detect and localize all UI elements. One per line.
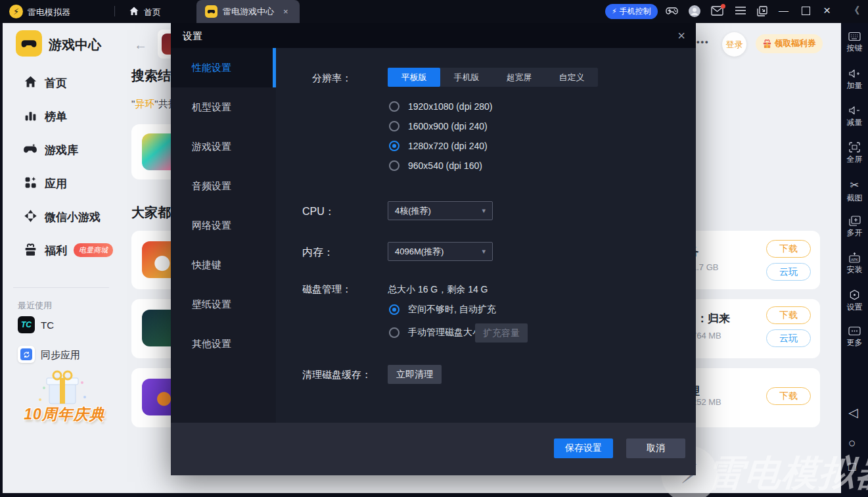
cpu-label: CPU： (302, 205, 335, 219)
radio-icon[interactable] (389, 160, 400, 171)
settings-nav-shortcuts[interactable]: 快捷键 (171, 245, 276, 285)
phone-control-button[interactable]: ⚡ 手机控制 (605, 4, 658, 19)
avatar-icon[interactable] (688, 5, 701, 18)
settings-nav-other[interactable]: 其他设置 (171, 324, 276, 364)
login-button[interactable]: 登录 (722, 32, 746, 57)
download-button[interactable]: 下载 (766, 387, 811, 405)
search-keyword: 异环 (135, 98, 154, 109)
settings-nav-network[interactable]: 网络设置 (171, 206, 276, 245)
maximize-button[interactable] (802, 7, 810, 15)
rail-item-install-apk[interactable]: APK 安装 (841, 252, 868, 275)
radio-selected-icon[interactable] (389, 304, 400, 315)
app-logo-icon: ⚡ (9, 5, 23, 18)
download-button[interactable]: 下载 (766, 240, 811, 258)
cpu-dropdown[interactable]: 4核(推荐) ▾ (388, 201, 493, 220)
more-dots-icon[interactable]: ••• (697, 37, 710, 47)
tab-phone[interactable]: 手机版 (440, 68, 493, 87)
clean-now-button[interactable]: 立即清理 (388, 365, 442, 384)
home-tab[interactable]: 首页 (144, 7, 161, 18)
disk-label: 磁盘管理： (302, 283, 352, 296)
radio-icon[interactable] (389, 121, 400, 131)
cloud-play-button[interactable]: 云玩 (766, 263, 811, 281)
sync-app-icon[interactable] (18, 346, 35, 363)
rail-item-more[interactable]: 更多 (841, 326, 868, 348)
sidebar-item-rankings[interactable]: 榜单 (45, 109, 67, 124)
cancel-button[interactable]: 取消 (626, 438, 685, 458)
settings-nav-device[interactable]: 机型设置 (171, 87, 276, 127)
sidebar-item-game-library[interactable]: 游戏库 (45, 143, 78, 158)
tab-game-center[interactable]: 雷电游戏中心 × (196, 0, 300, 23)
sidebar-item-wechat-minigames[interactable]: 微信小游戏 (45, 210, 101, 225)
android-recents-icon[interactable]: □ (848, 460, 856, 473)
memory-dropdown[interactable]: 4096M(推荐) ▾ (388, 242, 493, 261)
radio-icon[interactable] (389, 101, 400, 112)
tab-custom[interactable]: 自定义 (545, 68, 598, 87)
modal-close-icon[interactable]: × (677, 29, 685, 42)
anniversary-gift-icon[interactable] (31, 368, 94, 406)
rail-item-multi-instance[interactable]: 多开 (841, 216, 868, 239)
android-home-icon[interactable]: ○ (848, 437, 856, 449)
tab-ultrawide[interactable]: 超宽屏 (493, 68, 545, 87)
game-center-logo-icon (16, 30, 42, 57)
minimize-button[interactable]: — (779, 5, 788, 15)
home-icon[interactable] (129, 6, 139, 16)
fullscreen-icon (849, 142, 860, 153)
divider (13, 287, 109, 288)
settings-nav-wallpaper[interactable]: 壁纸设置 (171, 285, 276, 324)
resolution-option-960[interactable]: 960x540 (dpi 160) (389, 160, 482, 171)
chevron-down-icon: ▾ (482, 247, 486, 256)
resolution-option-1280[interactable]: 1280x720 (dpi 240) (389, 141, 488, 151)
resolution-option-1600[interactable]: 1600x900 (dpi 240) (389, 121, 488, 131)
recent-app-tc[interactable]: TC (41, 320, 54, 331)
tc-app-icon[interactable]: TC (18, 316, 35, 333)
volume-down-icon (848, 105, 861, 116)
mall-badge[interactable]: 电量商城 (74, 243, 113, 257)
menu-icon[interactable] (735, 6, 746, 15)
wechat-minigame-icon (24, 209, 37, 223)
settings-nav-game[interactable]: 游戏设置 (171, 127, 276, 166)
sidebar-item-home[interactable]: 首页 (45, 76, 67, 91)
keyboard-icon (848, 32, 861, 41)
gamepad-toolbar-icon[interactable] (665, 5, 679, 17)
tc-icon-text: TC (21, 320, 32, 329)
tab-tablet[interactable]: 平板版 (388, 68, 440, 87)
collapse-rail-icon[interactable]: 《 (850, 5, 858, 15)
rail-item-volume-down[interactable]: 减量 (841, 105, 868, 128)
titlebar: ⚡ 雷电模拟器 首页 雷电游戏中心 × ⚡ 手机控制 (0, 0, 868, 23)
radio-icon[interactable] (389, 327, 400, 338)
tab-close-icon[interactable]: × (283, 7, 288, 16)
rail-item-keymap[interactable]: 按键 (841, 32, 868, 54)
sidebar-title: 游戏中心 (49, 36, 101, 54)
close-button[interactable]: × (823, 4, 831, 16)
settings-hexagon-icon (849, 289, 860, 300)
resolution-type-tabs: 平板版 手机版 超宽屏 自定义 (388, 68, 598, 87)
disk-summary: 总大小 16 G，剩余 14 G (388, 284, 488, 296)
download-button[interactable]: 下载 (766, 306, 811, 324)
popout-icon[interactable] (757, 6, 767, 16)
rail-item-settings[interactable]: 设置 (841, 289, 868, 313)
disk-auto-expand-option[interactable]: 空间不够时, 自动扩充 (389, 304, 496, 316)
coupon-label: 领取福利券 (775, 38, 816, 49)
anniversary-promo-text[interactable]: 10周年庆典 (12, 404, 117, 425)
back-arrow-icon[interactable]: ← (134, 37, 147, 53)
cpu-value: 4核(推荐) (395, 205, 431, 217)
sidebar-item-apps[interactable]: 应用 (45, 176, 67, 191)
recent-app-sync[interactable]: 同步应用 (41, 349, 80, 362)
disk-manual-option[interactable]: 手动管理磁盘大小 (389, 327, 482, 339)
sidebar-item-welfare[interactable]: 福利 (45, 243, 67, 258)
cloud-play-button[interactable]: 云玩 (766, 329, 811, 347)
more-icon (848, 326, 861, 336)
settings-nav-audio[interactable]: 音频设置 (171, 166, 276, 206)
save-settings-button[interactable]: 保存设置 (554, 438, 613, 458)
tab-label: 雷电游戏中心 (223, 6, 274, 18)
rail-item-fullscreen[interactable]: 全屏 (841, 142, 868, 165)
memory-value: 4096M(推荐) (395, 246, 444, 258)
radio-selected-icon[interactable] (389, 141, 400, 151)
coupon-button[interactable]: 领取福利券 (756, 34, 823, 53)
expand-capacity-button[interactable]: 扩充容量 (475, 323, 528, 343)
resolution-option-1920[interactable]: 1920x1080 (dpi 280) (389, 101, 492, 112)
rail-item-screenshot[interactable]: ✂ 截图 (841, 179, 868, 204)
android-back-icon[interactable]: ◁ (848, 406, 858, 419)
settings-nav-performance[interactable]: 性能设置 (171, 48, 276, 87)
rail-item-volume-up[interactable]: 加量 (841, 68, 868, 91)
